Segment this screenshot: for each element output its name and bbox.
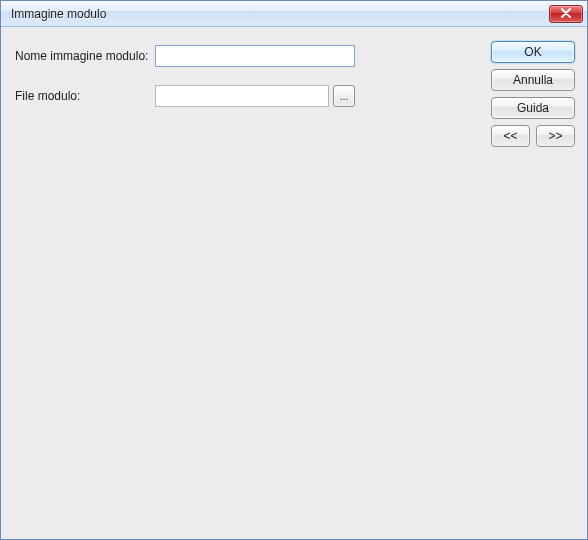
help-button[interactable]: Guida [491, 97, 575, 119]
title-bar: Immagine modulo [1, 1, 587, 27]
form-area: Nome immagine modulo: File modulo: ... [1, 27, 487, 539]
file-input-group: ... [155, 85, 355, 107]
file-label: File modulo: [15, 89, 155, 103]
dialog-content: Nome immagine modulo: File modulo: ... O… [1, 27, 587, 539]
image-name-input[interactable] [155, 45, 355, 67]
row-file: File modulo: ... [15, 85, 477, 107]
row-image-name: Nome immagine modulo: [15, 45, 477, 67]
close-button[interactable] [549, 5, 583, 23]
help-button-label: Guida [517, 101, 549, 115]
dialog-window: Immagine modulo Nome immagine modulo: Fi… [0, 0, 588, 540]
ok-button[interactable]: OK [491, 41, 575, 63]
ellipsis-icon: ... [339, 90, 348, 102]
button-column: OK Annulla Guida << >> [487, 27, 587, 539]
prev-button-label: << [503, 129, 517, 143]
file-path-input[interactable] [155, 85, 329, 107]
image-name-label: Nome immagine modulo: [15, 49, 155, 63]
cancel-button-label: Annulla [513, 73, 553, 87]
nav-button-row: << >> [491, 125, 575, 147]
next-button[interactable]: >> [536, 125, 575, 147]
cancel-button[interactable]: Annulla [491, 69, 575, 91]
close-icon [560, 7, 572, 21]
prev-button[interactable]: << [491, 125, 530, 147]
next-button-label: >> [548, 129, 562, 143]
browse-button[interactable]: ... [333, 85, 355, 107]
window-title: Immagine modulo [11, 7, 549, 21]
ok-button-label: OK [524, 45, 541, 59]
